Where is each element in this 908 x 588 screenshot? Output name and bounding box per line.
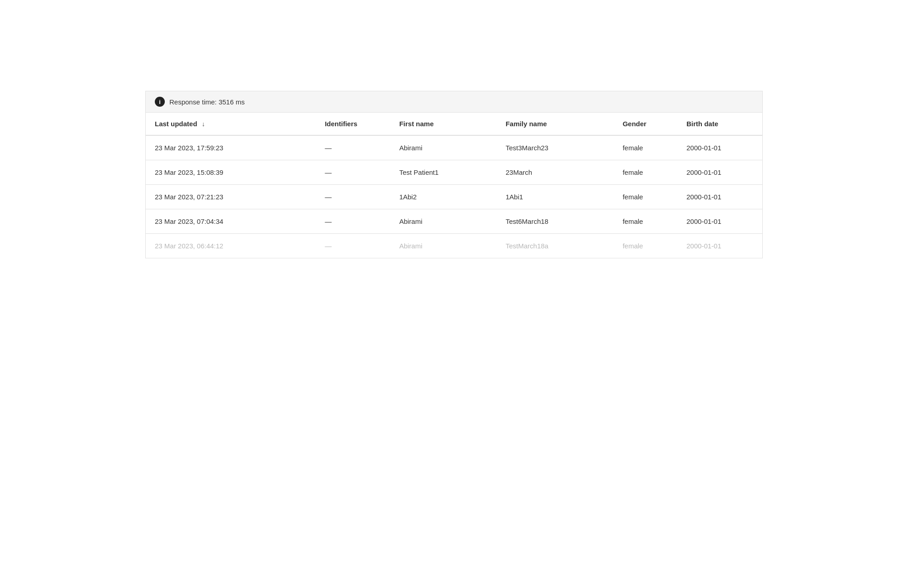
cell-identifiers: — bbox=[316, 135, 390, 160]
table-row[interactable]: 23 Mar 2023, 06:44:12—AbiramiTestMarch18… bbox=[146, 234, 763, 258]
col-header-identifiers-label: Identifiers bbox=[325, 120, 357, 128]
cell-gender: female bbox=[613, 160, 677, 185]
cell-firstName: Abirami bbox=[390, 135, 496, 160]
col-header-identifiers[interactable]: Identifiers bbox=[316, 113, 390, 136]
cell-familyName: Test6March18 bbox=[497, 209, 614, 234]
cell-lastUpdated: 23 Mar 2023, 07:04:34 bbox=[146, 209, 316, 234]
table-row[interactable]: 23 Mar 2023, 07:21:23—1Abi21Abi1female20… bbox=[146, 185, 763, 209]
cell-familyName: Test3March23 bbox=[497, 135, 614, 160]
col-header-first-name-label: First name bbox=[399, 120, 434, 128]
cell-lastUpdated: 23 Mar 2023, 06:44:12 bbox=[146, 234, 316, 258]
cell-birthDate: 2000-01-01 bbox=[677, 160, 762, 185]
cell-gender: female bbox=[613, 234, 677, 258]
cell-gender: female bbox=[613, 209, 677, 234]
cell-birthDate: 2000-01-01 bbox=[677, 209, 762, 234]
cell-birthDate: 2000-01-01 bbox=[677, 135, 762, 160]
cell-firstName: Abirami bbox=[390, 234, 496, 258]
cell-firstName: Abirami bbox=[390, 209, 496, 234]
page-container: i Response time: 3516 ms Last updated ↓ … bbox=[145, 91, 763, 258]
col-header-birth-date-label: Birth date bbox=[686, 120, 718, 128]
col-header-family-name[interactable]: Family name bbox=[497, 113, 614, 136]
cell-familyName: TestMarch18a bbox=[497, 234, 614, 258]
cell-firstName: 1Abi2 bbox=[390, 185, 496, 209]
table-row[interactable]: 23 Mar 2023, 17:59:23—AbiramiTest3March2… bbox=[146, 135, 763, 160]
col-header-gender-label: Gender bbox=[622, 120, 646, 128]
info-bar: i Response time: 3516 ms bbox=[145, 91, 763, 112]
col-header-birth-date[interactable]: Birth date bbox=[677, 113, 762, 136]
cell-identifiers: — bbox=[316, 185, 390, 209]
cell-gender: female bbox=[613, 135, 677, 160]
cell-lastUpdated: 23 Mar 2023, 15:08:39 bbox=[146, 160, 316, 185]
table-row[interactable]: 23 Mar 2023, 15:08:39—Test Patient123Mar… bbox=[146, 160, 763, 185]
info-icon: i bbox=[155, 97, 165, 107]
cell-birthDate: 2000-01-01 bbox=[677, 234, 762, 258]
cell-identifiers: — bbox=[316, 160, 390, 185]
table-header-row: Last updated ↓ Identifiers First name Fa… bbox=[146, 113, 763, 136]
cell-identifiers: — bbox=[316, 209, 390, 234]
col-header-gender[interactable]: Gender bbox=[613, 113, 677, 136]
cell-familyName: 23March bbox=[497, 160, 614, 185]
col-header-first-name[interactable]: First name bbox=[390, 113, 496, 136]
col-header-last-updated-label: Last updated bbox=[155, 120, 197, 128]
cell-familyName: 1Abi1 bbox=[497, 185, 614, 209]
sort-desc-icon: ↓ bbox=[202, 120, 205, 128]
cell-birthDate: 2000-01-01 bbox=[677, 185, 762, 209]
col-header-last-updated[interactable]: Last updated ↓ bbox=[146, 113, 316, 136]
cell-identifiers: — bbox=[316, 234, 390, 258]
data-table: Last updated ↓ Identifiers First name Fa… bbox=[145, 112, 763, 258]
cell-gender: female bbox=[613, 185, 677, 209]
cell-lastUpdated: 23 Mar 2023, 07:21:23 bbox=[146, 185, 316, 209]
table-row[interactable]: 23 Mar 2023, 07:04:34—AbiramiTest6March1… bbox=[146, 209, 763, 234]
response-time-text: Response time: 3516 ms bbox=[169, 98, 245, 106]
cell-lastUpdated: 23 Mar 2023, 17:59:23 bbox=[146, 135, 316, 160]
cell-firstName: Test Patient1 bbox=[390, 160, 496, 185]
col-header-family-name-label: Family name bbox=[506, 120, 547, 128]
